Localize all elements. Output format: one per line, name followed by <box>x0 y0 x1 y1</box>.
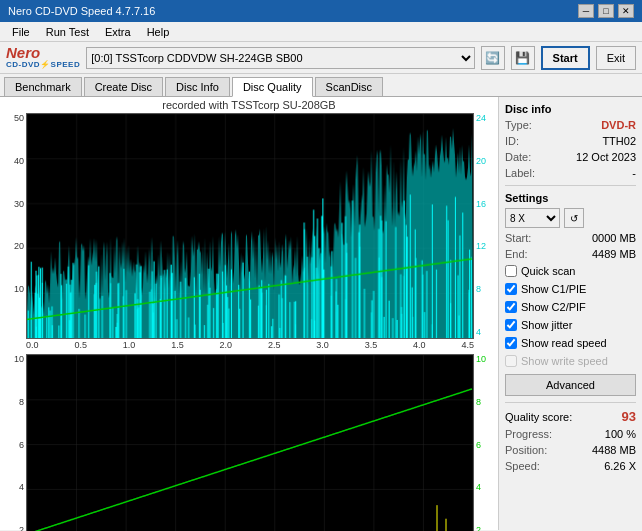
quality-score-value: 93 <box>622 409 636 424</box>
tab-benchmark[interactable]: Benchmark <box>4 77 82 96</box>
position-label: Position: <box>505 444 547 456</box>
end-label: End: <box>505 248 528 260</box>
y-upper-10: 10 <box>14 284 24 294</box>
y-upper-20: 20 <box>14 241 24 251</box>
type-label: Type: <box>505 119 532 131</box>
show-jitter-checkbox[interactable] <box>505 319 517 331</box>
tab-disc-info[interactable]: Disc Info <box>165 77 230 96</box>
show-c1pie-checkbox[interactable] <box>505 283 517 295</box>
show-read-speed-row: Show read speed <box>505 337 636 349</box>
show-read-speed-label: Show read speed <box>521 337 607 349</box>
id-label: ID: <box>505 135 519 147</box>
disc-type-row: Type: DVD-R <box>505 119 636 131</box>
date-value: 12 Oct 2023 <box>576 151 636 163</box>
start-row: Start: 0000 MB <box>505 232 636 244</box>
y-upper-30: 30 <box>14 199 24 209</box>
refresh-button[interactable]: 🔄 <box>481 46 505 70</box>
quality-score-row: Quality score: 93 <box>505 409 636 424</box>
y-lower-6: 6 <box>19 440 24 450</box>
menu-run-test[interactable]: Run Test <box>38 24 97 40</box>
progress-value: 100 % <box>605 428 636 440</box>
show-write-speed-checkbox <box>505 355 517 367</box>
app-logo: Nero CD-DVD⚡SPEED <box>6 45 80 70</box>
right-panel: Disc info Type: DVD-R ID: TTH02 Date: 12… <box>498 97 642 530</box>
progress-label: Progress: <box>505 428 552 440</box>
show-read-speed-checkbox[interactable] <box>505 337 517 349</box>
menu-help[interactable]: Help <box>139 24 178 40</box>
label-label: Label: <box>505 167 535 179</box>
minimize-button[interactable]: ─ <box>578 4 594 18</box>
y-upper-r-24: 24 <box>476 113 486 123</box>
chart-title: recorded with TSSTcorp SU-208GB <box>2 99 496 111</box>
chart-area: recorded with TSSTcorp SU-208GB 50 40 30… <box>0 97 498 530</box>
close-button[interactable]: ✕ <box>618 4 634 18</box>
show-c2pif-row: Show C2/PIF <box>505 301 636 313</box>
divider-1 <box>505 185 636 186</box>
tabs: Benchmark Create Disc Disc Info Disc Qua… <box>0 74 642 97</box>
speed-row: 8 X ↺ <box>505 208 636 228</box>
show-c2pif-checkbox[interactable] <box>505 301 517 313</box>
y-lower-10: 10 <box>14 354 24 364</box>
menu-bar: File Run Test Extra Help <box>0 22 642 42</box>
end-value: 4489 MB <box>592 248 636 260</box>
speed-row-2: Speed: 6.26 X <box>505 460 636 472</box>
date-label: Date: <box>505 151 531 163</box>
toolbar: Nero CD-DVD⚡SPEED [0:0] TSSTcorp CDDVDW … <box>0 42 642 74</box>
menu-extra[interactable]: Extra <box>97 24 139 40</box>
position-value: 4488 MB <box>592 444 636 456</box>
y-upper-50: 50 <box>14 113 24 123</box>
show-c2pif-label: Show C2/PIF <box>521 301 586 313</box>
show-c1pie-row: Show C1/PIE <box>505 283 636 295</box>
disc-label-row: Label: - <box>505 167 636 179</box>
speed-select[interactable]: 8 X <box>505 208 560 228</box>
y-lower-r-2: 2 <box>476 525 481 531</box>
quick-scan-checkbox[interactable] <box>505 265 517 277</box>
y-lower-r-10: 10 <box>476 354 486 364</box>
y-upper-r-20: 20 <box>476 156 486 166</box>
start-value: 0000 MB <box>592 232 636 244</box>
show-jitter-label: Show jitter <box>521 319 572 331</box>
quality-score-label: Quality score: <box>505 411 572 423</box>
divider-2 <box>505 402 636 403</box>
title-bar-controls: ─ □ ✕ <box>578 4 634 18</box>
save-button[interactable]: 💾 <box>511 46 535 70</box>
maximize-button[interactable]: □ <box>598 4 614 18</box>
id-value: TTH02 <box>602 135 636 147</box>
speed-label: Speed: <box>505 460 540 472</box>
y-lower-2: 2 <box>19 525 24 531</box>
y-upper-r-16: 16 <box>476 199 486 209</box>
lower-chart <box>26 354 474 531</box>
exit-button[interactable]: Exit <box>596 46 636 70</box>
speed-value: 6.26 X <box>604 460 636 472</box>
y-upper-r-12: 12 <box>476 241 486 251</box>
disc-info-title: Disc info <box>505 103 636 115</box>
tab-scan-disc[interactable]: ScanDisc <box>315 77 383 96</box>
settings-title: Settings <box>505 192 636 204</box>
y-lower-r-6: 6 <box>476 440 481 450</box>
drive-select[interactable]: [0:0] TSSTcorp CDDVDW SH-224GB SB00 <box>86 47 474 69</box>
title-bar-title: Nero CD-DVD Speed 4.7.7.16 <box>8 5 155 17</box>
show-write-speed-row: Show write speed <box>505 355 636 367</box>
show-c1pie-label: Show C1/PIE <box>521 283 586 295</box>
end-row: End: 4489 MB <box>505 248 636 260</box>
show-write-speed-label: Show write speed <box>521 355 608 367</box>
type-value: DVD-R <box>601 119 636 131</box>
y-lower-r-4: 4 <box>476 482 481 492</box>
y-upper-40: 40 <box>14 156 24 166</box>
start-button[interactable]: Start <box>541 46 590 70</box>
start-label: Start: <box>505 232 531 244</box>
advanced-button[interactable]: Advanced <box>505 374 636 396</box>
position-row: Position: 4488 MB <box>505 444 636 456</box>
menu-file[interactable]: File <box>4 24 38 40</box>
tab-disc-quality[interactable]: Disc Quality <box>232 77 313 97</box>
speed-refresh-btn[interactable]: ↺ <box>564 208 584 228</box>
tab-create-disc[interactable]: Create Disc <box>84 77 163 96</box>
y-upper-r-4: 4 <box>476 327 481 337</box>
upper-chart <box>26 113 474 339</box>
y-lower-8: 8 <box>19 397 24 407</box>
quick-scan-label: Quick scan <box>521 265 575 277</box>
label-value: - <box>632 167 636 179</box>
y-upper-r-8: 8 <box>476 284 481 294</box>
show-jitter-row: Show jitter <box>505 319 636 331</box>
y-lower-4: 4 <box>19 482 24 492</box>
